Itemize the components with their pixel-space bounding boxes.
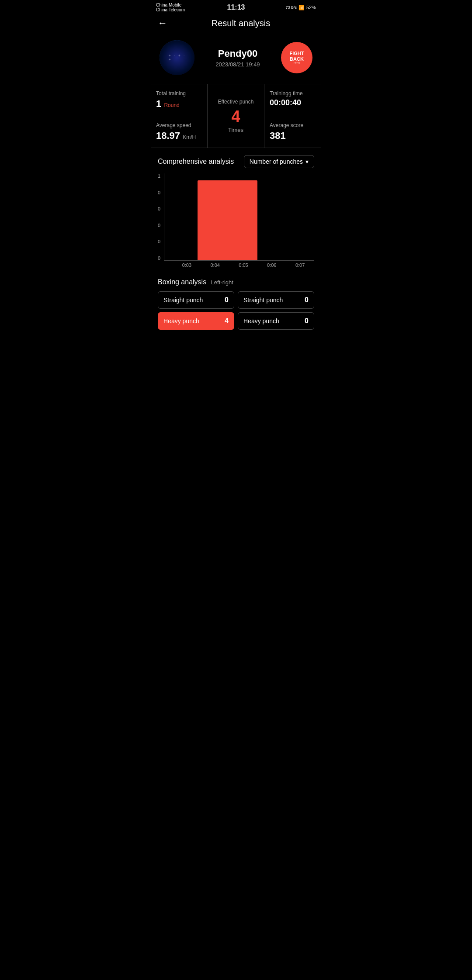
data-speed: 73 B/s — [285, 5, 297, 10]
wifi-icon: 📶 — [298, 5, 305, 10]
right-heavy-label: Heavy punch — [243, 317, 279, 324]
right-heavy-item: Heavy punch 0 — [238, 312, 314, 330]
bar-element — [198, 180, 257, 260]
analysis-title: Comprehensive analysis — [158, 158, 234, 166]
average-speed-value: 18.97 Km/H — [156, 130, 202, 141]
effective-punch-label: Effective punch — [218, 99, 254, 105]
chart-bar — [198, 180, 257, 260]
boxing-subtitle: Left-right — [211, 279, 233, 286]
chevron-down-icon: ▾ — [305, 158, 309, 165]
avatar — [160, 40, 194, 75]
left-heavy-label: Heavy punch — [163, 317, 199, 324]
right-straight-count: 0 — [305, 296, 309, 304]
left-straight-label: Straight punch — [163, 297, 203, 304]
analysis-dropdown[interactable]: Number of punches ▾ — [244, 155, 314, 168]
left-straight-count: 0 — [225, 296, 229, 304]
status-icons: 73 B/s 📶 52% — [285, 5, 316, 10]
total-training-label: Total training — [156, 90, 202, 97]
left-heavy-item: Heavy punch 4 — [158, 312, 234, 330]
profile-info: Pendy00 2023/08/21 19:49 — [194, 48, 281, 68]
battery-text: 52% — [306, 5, 316, 10]
brand-name: FIGHTBACK — [290, 51, 304, 61]
carrier1: China Mobile — [156, 3, 185, 7]
back-button[interactable]: ← — [158, 17, 167, 29]
training-time-label: Trainingg time — [270, 90, 316, 97]
stats-grid: Total training 1 Round Effective punch 4… — [151, 84, 321, 148]
brand-logo: FIGHTBACK PRO — [281, 42, 312, 73]
analysis-header: Comprehensive analysis Number of punches… — [151, 148, 321, 173]
average-score-value: 381 — [270, 130, 316, 141]
total-training-cell: Total training 1 Round — [151, 84, 208, 116]
page-title: Result analysis — [167, 18, 314, 28]
x-axis: 0:03 0:04 0:05 0:06 0:07 — [158, 261, 314, 268]
profile-section: Pendy00 2023/08/21 19:49 FIGHTBACK PRO — [151, 36, 321, 84]
right-straight-item: Straight punch 0 — [238, 291, 314, 309]
profile-username: Pendy00 — [194, 48, 281, 59]
average-speed-cell: Average speed 18.97 Km/H — [151, 116, 208, 148]
training-time-cell: Trainingg time 00:00:40 — [264, 84, 321, 116]
page-header: ← Result analysis — [151, 14, 321, 36]
right-heavy-count: 0 — [305, 317, 309, 325]
left-straight-item: Straight punch 0 — [158, 291, 234, 309]
chart-container: 1 0 0 0 0 0 0:03 0:04 0:05 0:06 0:07 — [151, 173, 321, 275]
boxing-header: Boxing analysis Left-right — [158, 278, 314, 286]
right-straight-label: Straight punch — [243, 297, 283, 304]
dropdown-label: Number of punches — [250, 158, 303, 165]
total-training-value: 1 Round — [156, 98, 202, 110]
chart-bars — [164, 173, 314, 261]
status-time: 11:13 — [227, 3, 245, 11]
average-speed-label: Average speed — [156, 122, 202, 128]
training-time-value: 00:00:40 — [270, 98, 316, 107]
effective-punch-value: 4 — [231, 107, 240, 126]
brand-sub: PRO — [293, 62, 300, 65]
boxing-title: Boxing analysis — [158, 278, 206, 286]
carrier-info: China Mobile China Telecom — [156, 3, 185, 12]
status-bar: China Mobile China Telecom 11:13 73 B/s … — [151, 0, 321, 14]
average-score-label: Average score — [270, 122, 316, 128]
left-heavy-count: 4 — [225, 317, 229, 325]
punch-grid: Straight punch 0 Straight punch 0 Heavy … — [158, 291, 314, 330]
y-axis: 1 0 0 0 0 0 — [158, 173, 160, 261]
average-score-cell: Average score 381 — [264, 116, 321, 148]
boxing-section: Boxing analysis Left-right Straight punc… — [151, 275, 321, 337]
carrier2: China Telecom — [156, 7, 185, 12]
effective-punch-cell: Effective punch 4 Times — [208, 84, 264, 148]
chart-area: 1 0 0 0 0 0 — [158, 173, 314, 261]
effective-punch-unit: Times — [228, 127, 243, 133]
profile-datetime: 2023/08/21 19:49 — [194, 61, 281, 68]
